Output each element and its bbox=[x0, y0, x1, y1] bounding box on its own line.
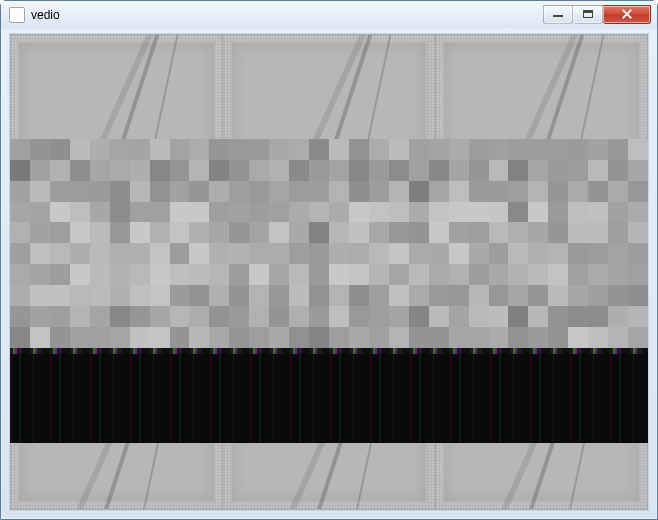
client-area bbox=[9, 33, 649, 511]
pixelated-overlay bbox=[10, 139, 648, 348]
minimize-button[interactable] bbox=[543, 5, 573, 24]
close-button[interactable] bbox=[603, 5, 651, 24]
window-frame: vedio bbox=[0, 0, 658, 520]
close-icon bbox=[622, 9, 632, 19]
maximize-icon bbox=[583, 10, 593, 18]
window-title: vedio bbox=[31, 8, 543, 22]
window-controls bbox=[543, 6, 651, 24]
app-icon bbox=[9, 7, 25, 23]
maximize-button[interactable] bbox=[573, 5, 603, 24]
title-bar[interactable]: vedio bbox=[1, 1, 657, 29]
glitch-overlay bbox=[10, 348, 648, 443]
minimize-icon bbox=[553, 9, 563, 19]
